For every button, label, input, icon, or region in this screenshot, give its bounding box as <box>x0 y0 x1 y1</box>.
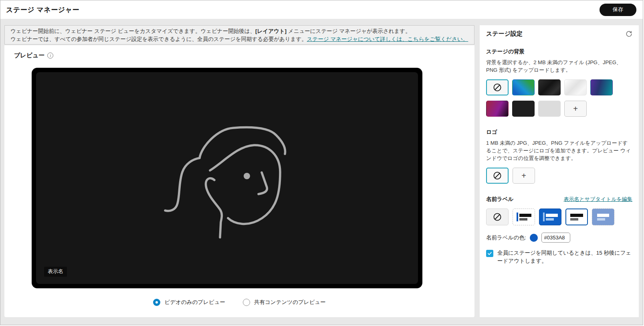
logo-section-description: 1 MB 未満の JPG、JPEG、PNG ファイルをアップロードすることで、ス… <box>486 139 632 162</box>
save-button[interactable]: 保存 <box>600 4 636 16</box>
radio-shared-content-preview[interactable]: 共有コンテンツのプレビュー <box>243 299 326 306</box>
learn-more-link[interactable]: ステージ マネージャについて詳しくは、こちらをご覧ください。 <box>307 36 468 42</box>
name-label-section-title: 名前ラベル <box>486 196 513 203</box>
name-label-color-label: 名前ラベルの色: <box>486 234 526 241</box>
name-label-color-swatch[interactable] <box>530 234 538 242</box>
background-swatch-light-gray[interactable] <box>538 101 561 117</box>
prohibited-icon <box>493 213 502 221</box>
name-label-style-light-plain-selected[interactable] <box>565 209 588 225</box>
radio-unselected-icon[interactable] <box>243 299 250 306</box>
background-section-description: 背景を選択するか、2 MB 未満のファイル (JPG、JPEG、PNG 形式) … <box>486 59 632 74</box>
panel-title: ステージ設定 <box>486 30 523 38</box>
background-add-button[interactable]: + <box>564 101 587 117</box>
banner-line1: ウェビナー開始前に、ウェビナー ステージ ビューをカスタマイズできます。ウェビナ… <box>10 27 468 35</box>
background-swatch-blue-green-gradient[interactable] <box>512 79 535 95</box>
stage-preview-video[interactable]: 表示名 <box>36 72 418 284</box>
name-label-color-input[interactable] <box>541 233 570 243</box>
background-section-title: ステージの背景 <box>486 48 632 55</box>
display-name-label: 表示名 <box>44 267 67 277</box>
preview-card: プレビュー i 表示名 <box>4 45 474 317</box>
avatar-figure <box>161 111 293 243</box>
background-swatch-black[interactable] <box>512 101 535 117</box>
logo-options: + <box>486 168 632 184</box>
prohibited-icon <box>493 83 502 92</box>
stage-preview-frame: 表示名 <box>32 68 422 288</box>
preview-title: プレビュー <box>14 52 44 59</box>
background-swatch-grid: + <box>486 79 632 117</box>
radio-video-only-label: ビデオのみのプレビュー <box>164 299 225 306</box>
page-title: ステージ マネージャー <box>6 5 79 14</box>
plus-icon: + <box>573 104 578 113</box>
background-swatch-purple-teal-gradient[interactable] <box>590 79 613 95</box>
radio-shared-content-label: 共有コンテンツのプレビュー <box>254 299 326 306</box>
plus-icon: + <box>521 171 526 180</box>
info-icon[interactable]: i <box>47 53 53 59</box>
header: ステージ マネージャー 保存 <box>0 0 643 19</box>
name-label-style-solid-blue-accent-bar[interactable] <box>539 209 561 225</box>
stage-manager-page: ステージ マネージャー 保存 ウェビナー開始前に、ウェビナー ステージ ビューを… <box>0 0 643 325</box>
name-label-style-options <box>486 209 632 225</box>
checkmark-icon <box>487 251 492 256</box>
refresh-icon[interactable] <box>626 30 632 37</box>
stage-settings-panel: ステージ設定 ステージの背景 背景を選択するか、2 MB 未満のファイル (JP… <box>480 25 639 317</box>
logo-none-button[interactable] <box>486 168 509 184</box>
sync-fadeout-checkbox[interactable] <box>486 250 493 257</box>
prohibited-icon <box>493 171 502 180</box>
name-label-style-none[interactable] <box>486 209 509 225</box>
radio-selected-icon[interactable] <box>153 299 160 306</box>
edit-display-name-link[interactable]: 表示名とサブタイトルを編集 <box>564 196 632 203</box>
info-banner: ウェビナー開始前に、ウェビナー ステージ ビューをカスタマイズできます。ウェビナ… <box>4 25 474 45</box>
background-swatch-none[interactable] <box>486 79 509 95</box>
logo-add-button[interactable]: + <box>513 168 535 184</box>
name-label-style-light-accent-bar[interactable] <box>513 209 535 225</box>
background-swatch-dark-gray-wave[interactable] <box>538 79 561 95</box>
logo-section-title: ロゴ <box>486 129 632 136</box>
background-swatch-light-gray-wave[interactable] <box>564 79 587 95</box>
name-label-style-translucent-blue[interactable] <box>592 209 614 225</box>
radio-video-only-preview[interactable]: ビデオのみのプレビュー <box>153 299 225 306</box>
avatar-placeholder <box>161 111 293 245</box>
preview-mode-radios: ビデオのみのプレビュー 共有コンテンツのプレビュー <box>4 299 474 306</box>
background-swatch-magenta-purple-gradient[interactable] <box>486 101 509 117</box>
banner-line2: ウェビナーでは、すべての参加者が同じステージ設定を表示できるように、全員のステー… <box>10 35 468 43</box>
sync-fadeout-label: 全員にステージを同期しているときは、15 秒後にフェードアウトします。 <box>497 249 632 265</box>
